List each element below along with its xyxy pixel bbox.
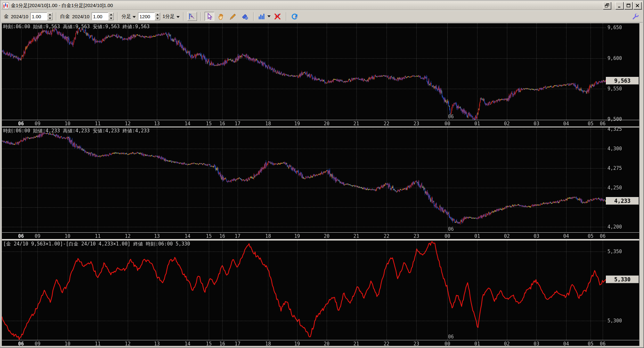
spread-plot[interactable]: 06 5,3505,3005,330 [金 24/10 9,563×1.00]-… xyxy=(2,241,639,340)
titlebar: 金1分足[2024/10]1.00 - 白金1分足[2024/10]1.00 xyxy=(1,1,643,10)
hour-label: 03 xyxy=(534,121,539,127)
platinum-candles-canvas[interactable] xyxy=(2,128,606,232)
hour-label: 22 xyxy=(384,121,389,127)
vertical-gridline xyxy=(128,241,128,340)
delete-drawings-button[interactable] xyxy=(273,12,282,21)
horizontal-gridline xyxy=(2,207,606,208)
hour-label: 01 xyxy=(474,121,480,127)
platinum-panel: 06 4,3254,3004,2754,2504,2004,233 時刻:06:… xyxy=(2,128,639,239)
vertical-gridline xyxy=(297,241,298,340)
vertical-gridline xyxy=(128,128,128,232)
chart-cursor-mode-button[interactable] xyxy=(187,12,197,21)
vertical-gridline xyxy=(209,241,209,340)
vertical-gridline xyxy=(603,128,603,232)
price-axis-label: 5,350 xyxy=(607,249,622,254)
gold-multiplier-down-button[interactable] xyxy=(47,16,53,20)
day-marker-label: 06 xyxy=(448,334,454,340)
maximize-button[interactable] xyxy=(624,2,632,9)
chevron-down-icon xyxy=(133,16,136,18)
spread-line-canvas[interactable] xyxy=(2,241,606,340)
vertical-gridline xyxy=(222,128,223,232)
vertical-gridline xyxy=(238,128,238,232)
vertical-gridline xyxy=(98,23,98,120)
settings-wrench-button[interactable] xyxy=(631,12,640,21)
chart-type-dropdown-button[interactable] xyxy=(257,12,271,21)
svg-text:R: R xyxy=(295,15,298,19)
timeframe-dropdown[interactable]: 1分足 xyxy=(162,13,179,20)
platinum-contract-month: 2024/10 xyxy=(72,14,89,19)
float-window-button[interactable] xyxy=(603,2,611,9)
price-axis-label: 9,650 xyxy=(607,25,622,30)
refresh-icon: R xyxy=(291,13,298,20)
app-window: 金1分足[2024/10]1.00 - 白金1分足[2024/10]1.00 金… xyxy=(0,0,644,348)
pan-hand-icon xyxy=(217,13,225,20)
horizontal-gridline xyxy=(2,321,606,321)
vertical-gridline xyxy=(68,23,68,120)
bar-count-up-button[interactable] xyxy=(155,12,160,16)
platinum-multiplier-up-button[interactable] xyxy=(108,12,114,16)
toolbar-separator xyxy=(117,12,118,21)
platinum-info-line: 時刻:06:00 始値:4,233 高値:4,233 安値:4,233 終値:4… xyxy=(3,128,150,134)
bar-count-input[interactable] xyxy=(138,12,155,20)
hour-label: 21 xyxy=(353,341,359,346)
toolbar-separator xyxy=(56,12,57,21)
gold-multiplier-up-button[interactable] xyxy=(47,12,53,16)
hour-label: 14 xyxy=(185,233,191,239)
refresh-button[interactable]: R xyxy=(290,12,300,21)
hour-label: 03 xyxy=(534,341,539,346)
minimize-button[interactable] xyxy=(615,2,624,9)
hour-label: 06 xyxy=(600,121,606,127)
spread-price-axis: 5,3505,3005,330 xyxy=(606,241,639,340)
gold-candles-canvas[interactable] xyxy=(2,23,606,120)
price-axis-label: 4,250 xyxy=(607,185,622,190)
hour-label: 10 xyxy=(65,121,70,127)
vertical-gridline xyxy=(327,241,327,340)
window-title: 金1分足[2024/10]1.00 - 白金1分足[2024/10]1.00 xyxy=(11,3,601,9)
platinum-plot[interactable]: 06 4,3254,3004,2754,2504,2004,233 時刻:06:… xyxy=(2,128,639,232)
vertical-gridline xyxy=(447,23,448,120)
hour-label: 17 xyxy=(235,233,240,239)
current-price-tag: 9,563 xyxy=(606,77,639,85)
hour-label: 16 xyxy=(219,341,225,346)
spread-panel: 06 5,3505,3005,330 [金 24/10 9,563×1.00]-… xyxy=(2,241,639,346)
vertical-gridline xyxy=(188,128,188,232)
gold-multiplier-input[interactable] xyxy=(30,12,47,20)
day-marker-label: 06 xyxy=(448,114,454,120)
vertical-gridline xyxy=(591,23,591,120)
hour-label: 02 xyxy=(504,121,510,127)
vertical-gridline xyxy=(222,23,223,120)
vertical-gridline xyxy=(507,23,507,120)
hour-label: 12 xyxy=(125,121,131,127)
vertical-gridline xyxy=(356,241,357,340)
platinum-multiplier-input[interactable] xyxy=(92,12,108,20)
vertical-gridline xyxy=(68,241,68,340)
draw-pencil-button[interactable] xyxy=(228,12,238,21)
hour-label: 02 xyxy=(504,233,510,239)
platinum-time-axis: 0609101112131415161718192021222300010203… xyxy=(2,232,639,239)
vertical-gridline xyxy=(128,23,128,120)
hour-label: 16 xyxy=(219,121,225,127)
price-axis-label: 9,600 xyxy=(607,56,622,61)
vertical-gridline xyxy=(37,23,38,120)
select-cursor-button[interactable] xyxy=(205,12,214,21)
hour-label: 10 xyxy=(65,341,70,346)
vertical-gridline xyxy=(268,23,268,120)
vertical-gridline xyxy=(98,128,98,232)
gold-plot[interactable]: 06 9,6509,6009,5509,5009,563 時刻:06:00 始値… xyxy=(2,23,639,120)
current-price-tag: 4,233 xyxy=(606,197,639,205)
vertical-gridline xyxy=(566,23,567,120)
hour-label: 05 xyxy=(588,341,593,346)
close-button[interactable] xyxy=(633,2,641,9)
hour-label: 19 xyxy=(294,121,300,127)
bar-count-down-button[interactable] xyxy=(155,16,160,20)
toolbar-separator xyxy=(183,12,184,21)
hour-label: 03 xyxy=(534,233,539,239)
bar-type-dropdown[interactable]: 分足 xyxy=(121,13,136,20)
marker-crosshair-button[interactable] xyxy=(240,12,250,21)
hour-label: 01 xyxy=(474,233,480,239)
select-cursor-icon xyxy=(206,13,213,20)
platinum-multiplier-down-button[interactable] xyxy=(108,16,114,20)
hour-label: 19 xyxy=(294,233,300,239)
pan-hand-button[interactable] xyxy=(216,12,226,21)
toolbar-separator xyxy=(253,12,254,21)
